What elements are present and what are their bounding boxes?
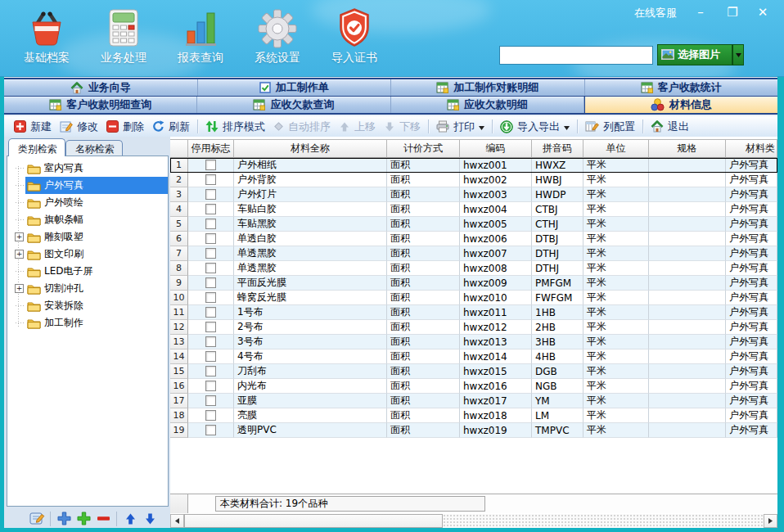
tab-process-statement-detail[interactable]: 加工制作对账明细 [391,79,585,96]
category-add-button[interactable] [54,512,74,525]
print-button[interactable]: 打印 [432,118,489,136]
tree-item-graphic-printing[interactable]: +图文印刷 [7,246,168,263]
scroll-left-button[interactable] [170,514,184,528]
column-header-8[interactable]: 材料类 [726,139,777,158]
table-row[interactable]: 10蜂窝反光膜面积hwxz010FWFGM平米户外写真 [170,291,777,305]
table-row[interactable]: 9平面反光膜面积hwxz009PMFGM平米户外写真 [170,276,777,291]
expand-plus-icon[interactable]: + [15,284,24,293]
disable-flag-checkbox[interactable] [205,322,216,332]
disable-flag-checkbox[interactable] [205,425,216,435]
table-row[interactable]: 7单透黑胶面积hwxz007DTHJ平米户外写真 [170,246,777,261]
tree-item-outdoor-photo[interactable]: 户外写真 [7,177,168,194]
table-row[interactable]: 16内光布面积hwxz016NGB平米户外写真 [170,379,777,394]
tree-item-processing[interactable]: 加工制作 [7,314,168,331]
column-header-4[interactable]: 编码 [460,139,532,158]
select-image-dropdown[interactable] [732,44,744,65]
tab-name-search[interactable]: 名称检索 [65,140,123,156]
launcher-item-basic-archives[interactable]: 基础档案 [8,4,85,65]
disable-flag-checkbox[interactable] [205,307,216,318]
column-header-5[interactable]: 拼音码 [532,139,583,158]
close-button[interactable]: ✕ [754,4,772,20]
expand-plus-icon[interactable]: + [13,250,25,259]
disable-flag-checkbox[interactable] [205,248,216,259]
disable-flag-checkbox[interactable] [205,189,216,200]
column-header-2[interactable]: 材料全称 [234,139,387,158]
launcher-item-report-query[interactable]: 报表查询 [162,4,239,65]
tab-customer-receipt-detail-query[interactable]: 客户收款明细查询 [4,97,197,113]
tab-customer-receipt-stats[interactable]: 客户收款统计 [585,79,778,96]
table-row[interactable]: 133号布面积hwxz0133HB平米户外写真 [170,335,777,349]
table-row[interactable]: 15刀刮布面积hwxz015DGB平米户外写真 [170,364,777,379]
tree-item-indoor-photo[interactable]: 室内写真 [7,160,168,177]
table-row[interactable]: 111号布面积hwxz0111HB平米户外写真 [170,305,777,320]
column-config-button[interactable]: 列配置 [581,118,639,136]
disable-flag-checkbox[interactable] [205,174,216,185]
launcher-item-system-settings[interactable]: 系统设置 [239,4,316,65]
disable-flag-checkbox[interactable] [205,292,216,303]
tab-material-info[interactable]: 材料信息 [584,97,777,113]
table-row[interactable]: 3户外灯片面积hwxz003HWDP平米户外写真 [170,187,777,202]
scrollbar-thumb[interactable] [184,514,443,528]
scroll-right-button[interactable] [764,514,777,528]
table-row[interactable]: 8单透黑胶面积hwxz008DTHJ平米户外写真 [170,261,777,276]
minimize-button[interactable]: – [692,4,710,20]
image-search-input[interactable] [499,46,653,65]
disable-flag-checkbox[interactable] [205,204,216,214]
category-add-sub-button[interactable] [74,512,93,525]
launcher-item-business-process[interactable]: 业务处理 [85,4,162,65]
refresh-button[interactable]: 刷新 [148,118,194,136]
tab-process-order[interactable]: 加工制作单 [198,79,392,96]
table-row[interactable]: 1户外相纸面积hwxz001HWXZ平米户外写真 [170,158,777,173]
column-header-3[interactable]: 计价方式 [387,139,460,158]
disable-flag-checkbox[interactable] [205,395,216,406]
table-row[interactable]: 19透明PVC面积hwxz019TMPVC平米户外写真 [170,423,777,438]
disable-flag-checkbox[interactable] [205,219,216,229]
launcher-item-import-certificate[interactable]: 导入证书 [316,4,393,65]
expand-plus-icon[interactable]: + [15,250,24,259]
scrollbar-track[interactable] [443,514,764,528]
expand-plus-icon[interactable]: + [13,284,25,293]
exit-button[interactable]: 退出 [647,118,693,136]
disable-flag-checkbox[interactable] [205,336,216,347]
expand-plus-icon[interactable]: + [13,232,25,241]
tab-receivable-query[interactable]: 应收欠款查询 [197,97,390,113]
disable-flag-checkbox[interactable] [205,351,216,362]
disable-flag-checkbox[interactable] [205,381,216,391]
table-row[interactable]: 5车贴黑胶面积hwxz005CTHJ平米户外写真 [170,217,777,232]
table-row[interactable]: 2户外背胶面积hwxz002HWBJ平米户外写真 [170,173,777,187]
table-row[interactable]: 122号布面积hwxz0122HB平米户外写真 [170,320,777,335]
disable-flag-checkbox[interactable] [205,263,216,273]
disable-flag-checkbox[interactable] [205,277,216,288]
table-row[interactable]: 144号布面积hwxz0144HB平米户外写真 [170,349,777,364]
disable-flag-checkbox[interactable] [205,160,216,170]
category-move-up-button[interactable] [120,512,140,525]
delete-button[interactable]: 删除 [102,118,148,136]
disable-flag-checkbox[interactable] [205,233,216,244]
tree-item-install-remove[interactable]: 安装拆除 [7,297,168,314]
modify-button[interactable]: 修改 [56,118,102,136]
online-service-link[interactable]: 在线客服 [634,6,677,20]
sort-mode-button[interactable]: 排序模式 [201,118,269,136]
expand-plus-icon[interactable]: + [15,232,24,241]
tree-item-led-screen[interactable]: LED电子屏 [7,263,168,280]
tree-item-outdoor-spray[interactable]: 户外喷绘 [7,194,168,211]
tab-business-wizard[interactable]: 业务向导 [4,79,198,96]
table-row[interactable]: 17亚膜面积hwxz017YM平米户外写真 [170,394,777,408]
tree-item-engraving-blister[interactable]: +雕刻吸塑 [7,228,168,246]
import-export-button[interactable]: 导入导出 [496,118,574,136]
category-delete-button[interactable] [93,516,113,521]
column-header-7[interactable]: 规格 [649,139,726,158]
column-header-6[interactable]: 单位 [583,139,649,158]
maximize-button[interactable]: ❐ [723,4,741,20]
column-header-1[interactable]: 停用标志 [188,139,234,158]
disable-flag-checkbox[interactable] [205,410,216,421]
new-button[interactable]: 新建 [10,118,56,136]
category-move-down-button[interactable] [140,512,160,525]
tree-item-cutting-punching[interactable]: +切割冲孔 [7,280,168,297]
tab-receivable-detail[interactable]: 应收欠款明细 [391,97,584,113]
table-row[interactable]: 4车贴白胶面积hwxz004CTBJ平米户外写真 [170,202,777,217]
category-edit-button[interactable] [27,512,47,525]
disable-flag-checkbox[interactable] [205,366,216,376]
table-row[interactable]: 18亮膜面积hwxz018LM平米户外写真 [170,408,777,423]
table-row[interactable]: 6单透白胶面积hwxz006DTBJ平米户外写真 [170,232,777,246]
